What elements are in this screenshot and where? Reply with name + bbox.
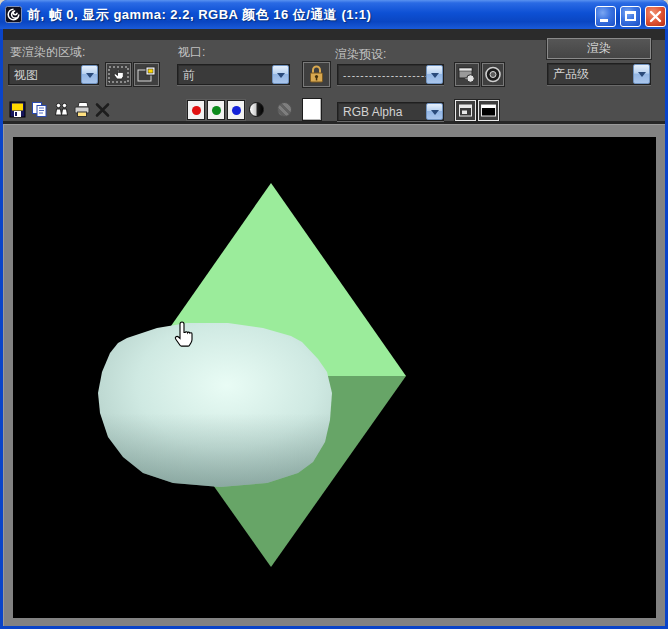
render-button[interactable]: 渲染 xyxy=(547,38,651,59)
viewport-label: 视口: xyxy=(178,44,205,61)
auto-region-button[interactable] xyxy=(134,63,159,86)
window-title: 前, 帧 0, 显示 gamma: 2.2, RGBA 颜色 16 位/通道 (… xyxy=(27,0,371,29)
auto-region-icon xyxy=(135,64,158,85)
blue-channel-icon xyxy=(232,106,241,115)
print-image-button[interactable] xyxy=(73,101,91,118)
render-preset-dropdown[interactable]: -------------------------- xyxy=(337,64,444,85)
close-button[interactable] xyxy=(645,6,666,27)
green-channel-icon xyxy=(212,106,221,115)
toggle-overlays-button[interactable] xyxy=(455,100,476,121)
display-channel-value: RGB Alpha xyxy=(343,105,402,119)
dropdown-arrow-button[interactable] xyxy=(426,65,443,84)
chevron-down-icon xyxy=(86,73,94,82)
viewport-value: 前 xyxy=(183,66,195,83)
alpha-channel-button[interactable] xyxy=(277,102,292,117)
chevron-down-icon xyxy=(638,72,646,81)
clone-rendered-frame-window-button[interactable] xyxy=(53,101,70,118)
render-setup-icon xyxy=(456,64,478,85)
area-to-render-label: 要渲染的区域: xyxy=(10,44,85,61)
render-button-label: 渲染 xyxy=(587,41,611,55)
chevron-down-icon xyxy=(431,73,439,82)
red-channel-button[interactable] xyxy=(187,100,205,120)
toggle-ui-button[interactable] xyxy=(478,100,499,121)
area-to-render-dropdown[interactable]: 视图 xyxy=(8,64,99,85)
client-area: 要渲染的区域: 视图 视口: 前 xyxy=(3,29,665,626)
blue-channel-button[interactable] xyxy=(227,100,245,120)
close-icon xyxy=(646,7,665,26)
viewport-lock-button[interactable] xyxy=(303,62,330,87)
render-mode-value: 产品级 xyxy=(553,66,589,83)
monochrome-button[interactable] xyxy=(249,102,264,117)
edit-region-button[interactable] xyxy=(106,63,131,86)
viewport-dropdown[interactable]: 前 xyxy=(177,64,290,85)
title-bar[interactable]: 前, 帧 0, 显示 gamma: 2.2, RGBA 颜色 16 位/通道 (… xyxy=(0,0,668,29)
color-swatch[interactable] xyxy=(302,98,322,121)
render-preset-label: 渲染预设: xyxy=(335,46,386,63)
capsule-object xyxy=(98,323,332,487)
dropdown-arrow-button[interactable] xyxy=(81,65,98,84)
maximize-button[interactable] xyxy=(620,6,641,27)
dropdown-arrow-button[interactable] xyxy=(633,64,650,84)
chevron-down-icon xyxy=(277,73,285,82)
rendered-image[interactable] xyxy=(13,137,656,618)
green-channel-button[interactable] xyxy=(207,100,225,120)
toggle-overlays-icon xyxy=(456,101,475,120)
save-image-button[interactable] xyxy=(9,101,26,118)
minimize-button[interactable] xyxy=(595,6,616,27)
toggle-ui-icon xyxy=(479,101,498,120)
rendered-frame-window: 前, 帧 0, 显示 gamma: 2.2, RGBA 颜色 16 位/通道 (… xyxy=(0,0,668,629)
minimize-icon xyxy=(600,19,608,22)
red-channel-icon xyxy=(192,106,201,115)
environment-icon xyxy=(483,64,503,85)
render-scene xyxy=(13,137,656,618)
chevron-down-icon xyxy=(431,110,439,119)
lock-icon xyxy=(304,63,329,86)
edit-region-icon xyxy=(107,64,130,85)
area-to-render-value: 视图 xyxy=(14,66,38,83)
app-icon xyxy=(5,6,22,23)
render-mode-dropdown[interactable]: 产品级 xyxy=(547,63,651,85)
maximize-icon xyxy=(625,11,636,21)
copy-image-button[interactable] xyxy=(31,101,48,118)
dropdown-arrow-button[interactable] xyxy=(426,103,443,120)
environment-dialog-button[interactable] xyxy=(482,63,504,86)
render-frame-border xyxy=(3,124,665,626)
clear-button[interactable] xyxy=(94,101,111,118)
dropdown-arrow-button[interactable] xyxy=(272,65,289,84)
render-setup-button[interactable] xyxy=(455,63,479,86)
display-channel-dropdown[interactable]: RGB Alpha xyxy=(337,102,444,121)
